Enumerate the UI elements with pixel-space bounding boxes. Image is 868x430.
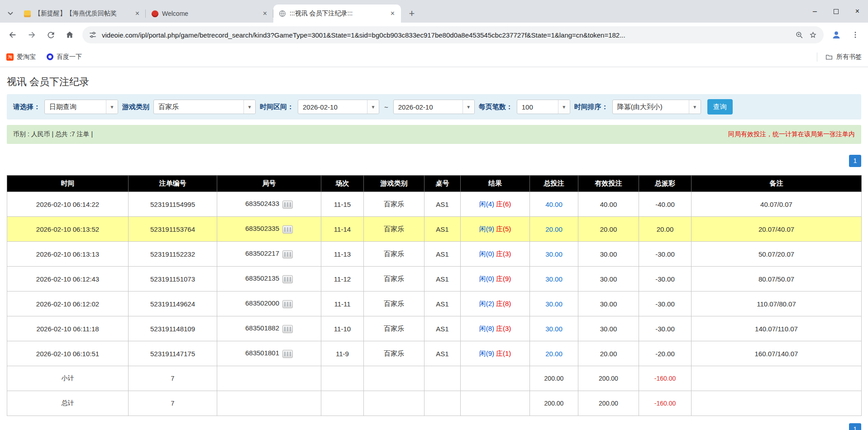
round-detail-icon[interactable] [282, 300, 293, 308]
cell-payout: -30.00 [639, 267, 692, 291]
site-settings-tune-icon[interactable] [89, 31, 97, 39]
cell-game-type: 百家乐 [364, 291, 424, 316]
cell-result: 闲(4)庄(6) [461, 192, 530, 217]
cell-total-bet: 30.00 [530, 242, 578, 267]
result-player: 闲(9) [479, 225, 494, 233]
taobao-icon: 淘 [6, 53, 14, 61]
chevron-down-icon[interactable]: ▼ [106, 100, 118, 114]
round-detail-icon[interactable] [282, 225, 293, 234]
search-button[interactable]: 查询 [707, 99, 733, 115]
window-close-button[interactable]: × [847, 0, 868, 23]
header-payout: 总派彩 [639, 176, 692, 192]
page-content: 视讯 会员下注纪录 请选择： 日期查询 ▼ 游戏类别 百家乐 ▼ 时间区间： 2… [0, 75, 868, 430]
pagination-page-button[interactable]: 1 [849, 423, 861, 430]
tab-welcome[interactable]: Welcome × [146, 5, 273, 23]
new-tab-button[interactable]: + [405, 7, 419, 20]
url-bar[interactable]: videoie.com/ipl/portal.php/game/betrecor… [82, 26, 824, 43]
profile-avatar[interactable] [827, 26, 845, 44]
cell-payout: -40.00 [639, 192, 692, 217]
zoom-icon[interactable] [795, 31, 804, 39]
cell-session: 11-11 [321, 291, 364, 316]
home-button[interactable] [61, 26, 79, 44]
welcome-favicon-icon [151, 10, 158, 17]
chevron-down-icon[interactable]: ▼ [463, 100, 474, 114]
window-minimize-button[interactable]: – [804, 0, 825, 23]
cell-bet-id: 523191153764 [129, 217, 217, 242]
chevron-down-icon[interactable]: ▼ [367, 100, 379, 114]
date-to-input[interactable]: 2026-02-10 ▼ [393, 100, 475, 114]
bookmark-taobao[interactable]: 淘 爱淘宝 [6, 53, 36, 61]
bookmark-star-icon[interactable] [809, 31, 817, 39]
round-detail-icon[interactable] [282, 350, 293, 358]
cell-game-type: 百家乐 [364, 341, 424, 366]
date-from-input[interactable]: 2026-02-10 ▼ [298, 100, 379, 114]
cell-remark: 20.07/40.07 [692, 217, 862, 242]
refresh-button[interactable] [42, 26, 60, 44]
cell-time: 2026-02-10 06:13:52 [7, 217, 129, 242]
cell-valid-bet: 20.00 [578, 341, 639, 366]
header-round: 局号 [217, 176, 321, 192]
tab-close-icon[interactable]: × [261, 10, 269, 18]
chevron-down-icon[interactable]: ▼ [243, 100, 255, 114]
round-detail-icon[interactable] [282, 325, 293, 333]
result-player: 闲(9) [479, 349, 494, 357]
result-banker: 庄(8) [496, 300, 511, 307]
pagination-page-button[interactable]: 1 [849, 155, 861, 167]
cell-table-no: AS1 [424, 217, 461, 242]
round-detail-icon[interactable] [282, 201, 293, 209]
total-payout: -160.00 [639, 391, 692, 416]
per-page-label: 每页笔数： [479, 103, 513, 111]
result-banker: 庄(1) [496, 349, 511, 357]
cell-payout: -30.00 [639, 316, 692, 341]
tab-forum[interactable]: 【新提醒】【海燕优质回帖奖 × [18, 5, 146, 23]
query-type-select[interactable]: 日期查询 ▼ [44, 100, 118, 114]
subtotal-valid-bet: 200.00 [578, 366, 639, 391]
tab-close-icon[interactable]: × [133, 10, 142, 18]
bookmark-label: 爱淘宝 [17, 53, 36, 61]
total-count: 7 [129, 391, 217, 416]
table-row: 2026-02-10 06:10:51 523191147175 6835018… [7, 341, 862, 366]
cell-round: 683502433 [217, 192, 321, 217]
cell-remark: 160.07/140.07 [692, 341, 862, 366]
cell-result: 闲(0)庄(3) [461, 242, 530, 267]
round-detail-icon[interactable] [282, 275, 293, 283]
folder-icon [825, 53, 833, 61]
game-type-select[interactable]: 百家乐 ▼ [153, 100, 256, 114]
cell-bet-id: 523191147175 [129, 341, 217, 366]
cell-result: 闲(8)庄(3) [461, 316, 530, 341]
bookmark-baidu[interactable]: 百度一下 [47, 53, 82, 61]
all-bookmarks-button[interactable]: 所有书签 [825, 53, 862, 61]
round-number: 683502433 [245, 200, 279, 207]
cell-total-bet: 40.00 [530, 192, 578, 217]
tab-search-chevron[interactable] [3, 5, 18, 23]
back-button[interactable] [4, 26, 22, 44]
tab-bet-record-active[interactable]: :::视讯 会员下注纪录::: × [273, 5, 401, 23]
globe-icon [279, 10, 286, 17]
header-bet-id: 注单编号 [129, 176, 217, 192]
game-type-label: 游戏类别 [122, 103, 149, 111]
total-label: 总计 [7, 391, 129, 416]
cell-payout: -30.00 [639, 291, 692, 316]
round-detail-icon[interactable] [282, 250, 293, 258]
cell-round: 683501882 [217, 316, 321, 341]
sort-order-label: 时间排序： [574, 103, 608, 111]
header-session: 场次 [321, 176, 364, 192]
header-valid-bet: 有效投注 [578, 176, 639, 192]
cell-total-bet: 30.00 [530, 291, 578, 316]
cell-game-type: 百家乐 [364, 267, 424, 291]
per-page-select[interactable]: 100 ▼ [517, 100, 570, 114]
round-number: 683502135 [245, 274, 279, 282]
cell-valid-bet: 40.00 [578, 192, 639, 217]
sort-order-select[interactable]: 降冪(由大到小) ▼ [612, 100, 701, 114]
window-maximize-button[interactable] [825, 0, 847, 23]
result-banker: 庄(3) [496, 325, 511, 332]
chevron-down-icon[interactable]: ▼ [558, 100, 570, 114]
browser-menu-button[interactable] [846, 26, 864, 44]
cell-session: 11-14 [321, 217, 364, 242]
chevron-down-icon[interactable]: ▼ [689, 100, 701, 114]
forward-button[interactable] [23, 26, 41, 44]
round-number: 683502335 [245, 225, 279, 232]
cell-valid-bet: 20.00 [578, 217, 639, 242]
tab-close-icon[interactable]: × [388, 10, 397, 18]
url-text[interactable]: videoie.com/ipl/portal.php/game/betrecor… [102, 31, 790, 39]
